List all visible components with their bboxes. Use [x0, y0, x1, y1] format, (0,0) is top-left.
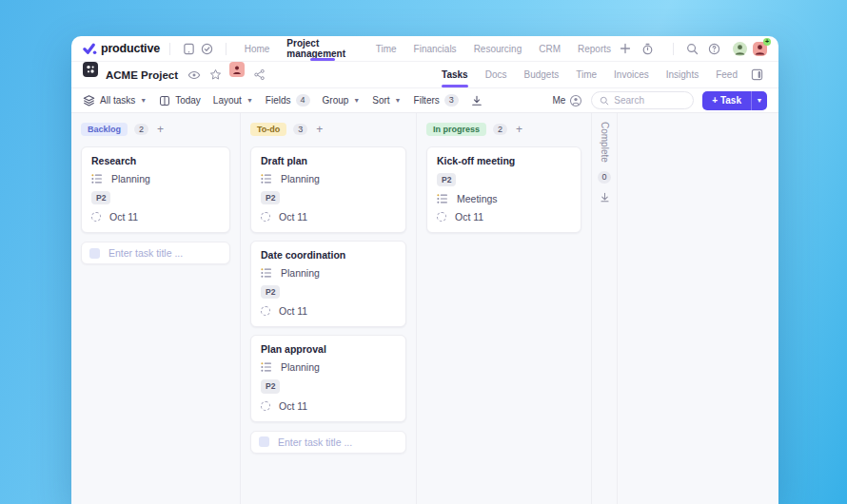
- project-member-avatar[interactable]: [229, 62, 245, 77]
- column-complete-collapsed[interactable]: Complete 0: [592, 113, 618, 504]
- task-list-row: Planning: [261, 361, 396, 373]
- project-tabs: TasksDocsBudgetsTimeInvoicesInsightsFeed: [433, 62, 746, 87]
- task-card-research[interactable]: ResearchPlanningP2Oct 11: [81, 146, 230, 233]
- me-filter-button[interactable]: Me: [552, 94, 582, 107]
- nav-item-home[interactable]: Home: [236, 36, 279, 61]
- watch-eye-icon[interactable]: [184, 62, 205, 87]
- filters-button[interactable]: Filters3: [414, 94, 459, 107]
- task-list-name: Meetings: [457, 193, 498, 204]
- tab-insights[interactable]: Insights: [658, 62, 707, 87]
- due-date-row: Oct 11: [261, 211, 396, 223]
- nav-item-crm[interactable]: CRM: [530, 36, 569, 61]
- today-button[interactable]: Today: [159, 95, 201, 107]
- expand-column-icon[interactable]: [600, 192, 610, 203]
- task-card-kick-off-meeting[interactable]: Kick-off meetingP2MeetingsOct 11: [426, 146, 581, 233]
- date-circle-icon: [261, 306, 270, 316]
- add-task-input[interactable]: Enter task title ...: [250, 431, 406, 454]
- priority-row: P2: [437, 166, 571, 186]
- status-pill-backlog[interactable]: Backlog: [81, 123, 128, 137]
- add-task-placeholder: Enter task title ...: [278, 436, 352, 448]
- date-circle-icon: [437, 212, 446, 222]
- project-avatar[interactable]: [83, 62, 98, 77]
- layout-dropdown[interactable]: Layout▼: [213, 95, 253, 106]
- new-task-button[interactable]: + Task ▼: [702, 91, 767, 110]
- column-to-do: To-do3+Draft planPlanningP2Oct 11Date co…: [241, 113, 417, 504]
- status-pill-to-do[interactable]: To-do: [250, 123, 286, 137]
- chevron-down-icon[interactable]: ▼: [752, 97, 767, 104]
- column-count-badge: 3: [293, 124, 307, 136]
- priority-badge: P2: [261, 191, 280, 204]
- search-box[interactable]: [591, 91, 694, 109]
- column-header-to-do: To-do3+: [250, 120, 406, 139]
- kanban-board: Backlog2+ResearchPlanningP2Oct 11Enter t…: [71, 113, 778, 504]
- search-input[interactable]: [614, 95, 680, 106]
- date-circle-icon: [91, 212, 101, 222]
- chevron-down-icon: ▼: [395, 97, 402, 104]
- tab-invoices[interactable]: Invoices: [605, 62, 658, 87]
- task-card-draft-plan[interactable]: Draft planPlanningP2Oct 11: [250, 146, 406, 233]
- main-nav: HomeProject managementTimeFinancialsReso…: [236, 36, 620, 61]
- nav-item-reports[interactable]: Reports: [569, 36, 620, 61]
- nav-item-time[interactable]: Time: [367, 36, 405, 61]
- check-circle-icon[interactable]: [198, 36, 216, 61]
- column-label: Complete: [600, 122, 610, 163]
- sort-dropdown[interactable]: Sort▼: [372, 95, 401, 106]
- tab-time[interactable]: Time: [567, 62, 605, 87]
- column-backlog: Backlog2+ResearchPlanningP2Oct 11Enter t…: [71, 113, 241, 504]
- task-title: Plan approval: [261, 343, 396, 355]
- due-date-row: Oct 11: [91, 211, 220, 223]
- group-dropdown[interactable]: Group▼: [323, 95, 361, 106]
- brand-logo[interactable]: productive: [83, 36, 160, 61]
- tab-docs[interactable]: Docs: [477, 62, 516, 87]
- nav-item-resourcing[interactable]: Resourcing: [465, 36, 531, 61]
- column-count-badge: 0: [598, 171, 610, 184]
- tab-feed[interactable]: Feed: [707, 62, 746, 87]
- status-pill-in-progress[interactable]: In progress: [426, 123, 486, 137]
- plus-icon[interactable]: [620, 43, 639, 54]
- divider: [673, 43, 674, 55]
- priority-badge: P2: [437, 173, 456, 186]
- due-date-row: Oct 11: [437, 211, 571, 223]
- project-title: ACME Project: [106, 62, 178, 87]
- priority-badge: P2: [261, 285, 280, 299]
- due-date: Oct 11: [279, 305, 307, 317]
- task-list-row: Meetings: [437, 193, 571, 204]
- task-list-row: Planning: [261, 267, 396, 279]
- nav-item-project-management[interactable]: Project management: [278, 36, 366, 61]
- download-icon: [471, 95, 483, 107]
- export-button[interactable]: [471, 95, 483, 107]
- devices-icon[interactable]: [180, 36, 198, 61]
- task-title: Draft plan: [261, 155, 396, 166]
- board-toolbar: All tasks▼ Today Layout▼ Fields4 Group▼ …: [71, 88, 778, 113]
- due-date-row: Oct 11: [261, 400, 396, 412]
- task-card-plan-approval[interactable]: Plan approvalPlanningP2Oct 11: [250, 335, 406, 421]
- board-columns-icon: [159, 95, 170, 107]
- priority-row: P2: [91, 184, 220, 204]
- task-card-date-coordination[interactable]: Date coordinationPlanningP2Oct 11: [250, 241, 406, 327]
- add-task-input[interactable]: Enter task title ...: [81, 242, 230, 264]
- app-window: productive HomeProject managementTimeFin…: [71, 36, 778, 504]
- tab-tasks[interactable]: Tasks: [433, 62, 477, 87]
- tab-budgets[interactable]: Budgets: [515, 62, 567, 87]
- task-list-icon: [437, 193, 448, 204]
- add-task-icon[interactable]: +: [157, 124, 164, 135]
- add-task-icon[interactable]: +: [316, 124, 323, 135]
- nav-item-financials[interactable]: Financials: [405, 36, 465, 61]
- user-avatar[interactable]: [733, 42, 747, 56]
- add-task-placeholder: Enter task title ...: [108, 247, 183, 259]
- side-panel-icon[interactable]: [746, 62, 767, 87]
- search-icon[interactable]: [686, 43, 705, 55]
- stopwatch-icon[interactable]: [641, 43, 660, 55]
- help-icon[interactable]: [708, 43, 727, 55]
- task-title: Date coordination: [261, 249, 396, 261]
- column-header-backlog: Backlog2+: [81, 120, 230, 139]
- star-icon[interactable]: [205, 62, 226, 87]
- share-icon[interactable]: [248, 62, 269, 87]
- task-list-name: Planning: [281, 267, 320, 279]
- priority-row: P2: [261, 184, 396, 204]
- current-user-avatar[interactable]: +: [753, 42, 767, 56]
- add-task-icon[interactable]: +: [516, 124, 522, 135]
- fields-button[interactable]: Fields4: [266, 94, 310, 107]
- task-checkbox: [259, 436, 269, 447]
- task-scope-dropdown[interactable]: All tasks▼: [83, 94, 147, 107]
